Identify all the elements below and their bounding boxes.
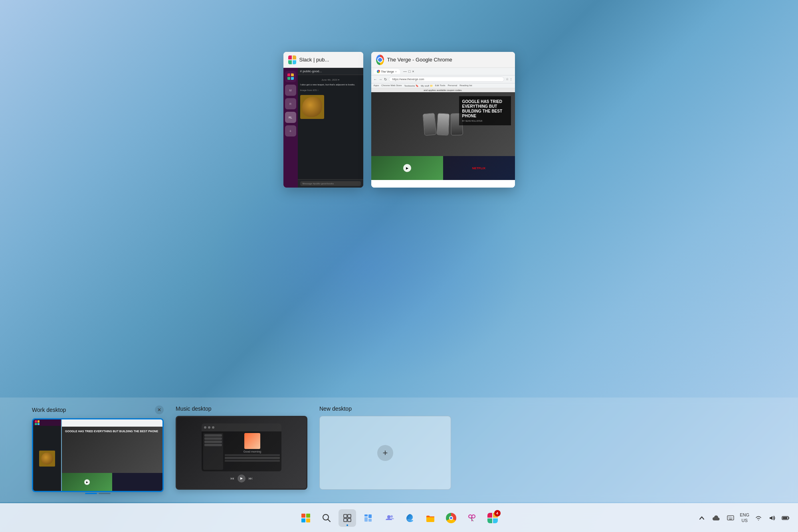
new-desktop-plus-icon: + xyxy=(377,445,393,461)
music-desktop-label: Music desktop xyxy=(176,405,211,412)
file-explorer-button[interactable] xyxy=(422,509,439,527)
verge-byline: BY SEAN HOLLISTER xyxy=(462,120,508,122)
bookmark-personal[interactable]: Personal xyxy=(448,84,457,87)
music-track-list xyxy=(225,454,280,462)
teams-button[interactable] xyxy=(380,509,398,527)
verge-netflix-thumb[interactable]: NETFLIX xyxy=(443,156,515,180)
svg-rect-3 xyxy=(348,514,351,518)
chrome-toolbar-icons: ☆ ⋮ xyxy=(506,77,513,81)
chrome-close-x[interactable]: × xyxy=(412,69,414,73)
svg-point-10 xyxy=(387,515,390,518)
slider-dot-2 xyxy=(99,493,111,494)
chrome-menu-icon[interactable]: ⋮ xyxy=(509,77,513,81)
chrome-maximize[interactable]: □ xyxy=(408,69,410,73)
slack-window[interactable]: Slack | pub... M R RL + xyxy=(283,52,363,188)
chrome-browser-bar: The Verge × — □ × xyxy=(371,68,515,75)
work-desktop-item: Work desktop ✕ xyxy=(32,405,164,494)
teapot-image xyxy=(302,97,322,117)
music-track-1 xyxy=(225,454,280,456)
system-tray-chevron[interactable] xyxy=(696,512,708,524)
bookmark-textbooks[interactable]: Textbooks 🔖 xyxy=(404,84,418,87)
slack-taskbar-button[interactable]: 4 xyxy=(484,509,501,527)
svg-point-13 xyxy=(469,515,472,518)
chrome-nav-buttons: — □ × xyxy=(403,69,414,73)
chrome-tab-favicon xyxy=(377,70,380,73)
chrome-bookmark-icon[interactable]: ☆ xyxy=(506,77,509,81)
windows-logo-icon xyxy=(301,514,310,522)
language-indicator[interactable]: ENGUS xyxy=(738,512,751,523)
chrome-window[interactable]: The Verge - Google Chrome The Verge × — … xyxy=(371,52,515,188)
verge-video-thumb[interactable]: ▶ xyxy=(371,156,443,180)
chrome-address-bar[interactable]: https://www.theverge.com xyxy=(389,77,504,82)
work-thumb-verge-hero: GOOGLE HAS TRIED EVERYTHING BUT BUILDING… xyxy=(62,427,162,473)
music-desktop-thumbnail[interactable]: Good morning ⏮ ▶ ⏭ xyxy=(176,416,307,490)
widgets-button[interactable] xyxy=(359,509,377,527)
slack-sidebar-icon-1 xyxy=(285,71,296,82)
volume-icon-button[interactable] xyxy=(766,512,778,524)
win-logo-blue xyxy=(301,518,305,522)
slack-badge: 4 xyxy=(494,510,501,516)
music-thumb-content: Good morning ⏮ ▶ ⏭ xyxy=(177,417,306,488)
netflix-logo: NETFLIX xyxy=(472,166,485,170)
slack-message-input[interactable]: Message #public-good-books xyxy=(300,181,361,186)
music-top-bar xyxy=(202,423,281,431)
slider-dot-1 xyxy=(85,493,97,494)
bookmark-apps[interactable]: Apps xyxy=(374,84,379,87)
work-thumb-slack-icon xyxy=(35,420,40,425)
chrome-tab-close[interactable]: × xyxy=(395,70,397,73)
chrome-forward[interactable]: → xyxy=(379,77,382,81)
task-view-button[interactable] xyxy=(339,509,356,527)
cloud-icon-button[interactable] xyxy=(710,512,722,524)
bookmark-my-stuff[interactable]: My stuff 📁 xyxy=(421,84,433,87)
music-nav-2 xyxy=(204,437,222,440)
music-desktop-label-row: Music desktop xyxy=(176,405,307,412)
music-good-morning-label: Good morning xyxy=(225,450,280,453)
play-button[interactable]: ▶ xyxy=(403,164,411,172)
battery-icon-button[interactable] xyxy=(780,512,792,524)
chrome-title-bar: The Verge - Google Chrome xyxy=(371,52,515,68)
svg-point-14 xyxy=(472,515,475,518)
verge-hero-section: GOOGLE HAS TRIED EVERYTHING BUT BUILDING… xyxy=(371,92,515,156)
work-desktop-close-button[interactable]: ✕ xyxy=(155,405,164,414)
chrome-tab: The Verge × xyxy=(374,69,400,74)
search-button[interactable] xyxy=(318,509,335,527)
chrome-address-row: ← → ↻ https://www.theverge.com ☆ ⋮ xyxy=(371,75,515,83)
bookmark-reading-list[interactable]: Reading list xyxy=(459,84,472,87)
phone-2 xyxy=(436,113,449,135)
music-controls: ⏮ ▶ ⏭ xyxy=(230,475,253,483)
slack-channel-header: # public-good... xyxy=(298,68,363,75)
svg-rect-8 xyxy=(364,517,368,522)
file-explorer-icon xyxy=(426,513,435,523)
edge-icon xyxy=(405,513,414,523)
verge-bottom-row: ▶ NETFLIX xyxy=(371,156,515,180)
work-desktop-slider xyxy=(32,493,164,494)
work-desktop-thumbnail[interactable]: GOOGLE HAS TRIED EVERYTHING BUT BUILDING… xyxy=(32,418,164,492)
music-next: ⏭ xyxy=(249,476,253,481)
chrome-refresh[interactable]: ↻ xyxy=(384,77,387,81)
svg-rect-25 xyxy=(783,517,788,519)
music-nav-3 xyxy=(204,441,222,443)
keyboard-icon-button[interactable] xyxy=(725,512,737,524)
chrome-taskbar-icon xyxy=(446,513,456,523)
bookmark-edit-tools[interactable]: Edit Tools xyxy=(435,84,446,87)
cloud-icon xyxy=(713,515,720,521)
slack-sidebar: M R RL + xyxy=(283,68,298,188)
edge-button[interactable] xyxy=(401,509,418,527)
start-button[interactable] xyxy=(297,509,315,527)
system-icons xyxy=(696,512,737,524)
new-desktop-button[interactable]: + xyxy=(319,416,451,490)
work-thumb-bottom: ▶ xyxy=(62,473,162,491)
task-view-icon xyxy=(343,514,352,522)
snipping-tool-button[interactable] xyxy=(463,509,481,527)
chrome-minimize[interactable]: — xyxy=(403,69,407,73)
chrome-button[interactable] xyxy=(442,509,460,527)
slack-sidebar-icon-2: M xyxy=(285,85,296,96)
chrome-back[interactable]: ← xyxy=(374,77,377,81)
slack-window-title: Slack | pub... xyxy=(299,57,329,63)
music-track-2 xyxy=(225,457,280,459)
bookmark-chrome-web-store[interactable]: Chrome Web Store xyxy=(381,84,402,87)
wifi-icon-button[interactable] xyxy=(752,512,764,524)
keyboard-icon xyxy=(727,515,734,520)
slack-sidebar-icon-5: + xyxy=(285,125,296,136)
teams-icon xyxy=(384,513,394,523)
